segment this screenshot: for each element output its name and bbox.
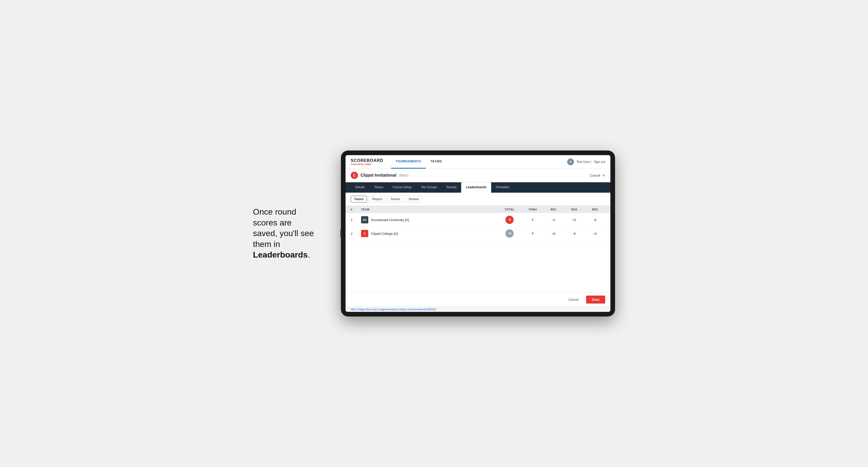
col-rd3: RD3 xyxy=(585,208,605,211)
sub-tab-teams[interactable]: Teams xyxy=(351,196,367,203)
tab-results[interactable]: Results xyxy=(441,182,461,193)
tab-details[interactable]: Details xyxy=(351,182,370,193)
table-header: # TEAM TOTAL THRU RD1 RD2 RD3 xyxy=(345,206,610,213)
nav-links: TOURNAMENTS TEAMS xyxy=(391,155,567,168)
col-rd1: RD1 xyxy=(543,208,564,211)
rd1-2: +8 xyxy=(543,232,564,236)
rd2-1: +5 xyxy=(564,218,585,222)
leaderboard-table: # TEAM TOTAL THRU RD1 RD2 RD3 1 SU Scor xyxy=(345,206,610,241)
tournament-icon: C xyxy=(351,172,358,179)
nav-right: S Test User | Sign out xyxy=(567,158,605,165)
sub-tab-scores[interactable]: Scores xyxy=(387,196,403,203)
sign-out-link[interactable]: Sign out xyxy=(594,160,605,164)
tab-course-setup[interactable]: Course Setup xyxy=(388,182,416,193)
tab-printables[interactable]: Printables xyxy=(491,182,514,193)
tab-leaderboards[interactable]: Leaderboards xyxy=(461,182,491,193)
tournament-cancel[interactable]: Cancel ✕ xyxy=(590,173,605,178)
rank-1: 1 xyxy=(351,218,361,222)
team-logo-1: SU xyxy=(361,216,368,223)
bottom-bar: Cancel Save xyxy=(345,292,610,307)
col-rank: # xyxy=(351,208,361,211)
rank-2: 2 xyxy=(351,232,361,236)
tab-teams[interactable]: Teams xyxy=(370,182,388,193)
score-badge-1: -5 xyxy=(505,216,514,224)
team-name-2: Clippd College [A] xyxy=(371,232,398,236)
tournament-gender: (Men) xyxy=(399,173,409,177)
nav-arrow xyxy=(340,229,341,238)
thru-1: F xyxy=(523,218,543,222)
content-area xyxy=(345,241,610,292)
tab-nav: Details Teams Course Setup Tee Groups Re… xyxy=(345,182,610,193)
team-cell-2: C Clippd College [A] xyxy=(361,230,497,237)
total-2: +3 xyxy=(497,229,523,238)
user-name: Test User | xyxy=(577,160,591,164)
col-total: TOTAL xyxy=(497,208,523,211)
side-text: Once round scores are saved, you'll see … xyxy=(253,207,326,260)
table-row: 1 SU Scoreboard University [A] -5 xyxy=(345,213,610,227)
tab-tee-groups[interactable]: Tee Groups xyxy=(416,182,441,193)
save-button[interactable]: Save xyxy=(586,295,605,304)
page-wrapper: Once round scores are saved, you'll see … xyxy=(253,151,615,316)
team-name-1: Scoreboard University [A] xyxy=(371,218,409,222)
col-team: TEAM xyxy=(361,208,497,211)
avatar: S xyxy=(567,158,574,165)
sub-tab-strokes[interactable]: Strokes xyxy=(405,196,423,203)
team-logo-2: C xyxy=(361,230,368,237)
rd2-2: -8 xyxy=(564,232,585,236)
logo-area: SCOREBOARD Powered by clippd xyxy=(351,158,383,165)
thru-2: F xyxy=(523,232,543,236)
total-1: -5 xyxy=(497,216,523,224)
team-cell-1: SU Scoreboard University [A] xyxy=(361,216,497,223)
tournament-header: C Clippd Invitational (Men) Cancel ✕ xyxy=(345,168,610,182)
nav-link-tournaments[interactable]: TOURNAMENTS xyxy=(391,155,426,168)
score-badge-2: +3 xyxy=(505,229,514,238)
tournament-title-area: C Clippd Invitational (Men) xyxy=(351,172,408,179)
cancel-button[interactable]: Cancel xyxy=(564,295,583,304)
sub-tabs: Teams Players Scores Strokes xyxy=(345,193,610,206)
rd3-2: +3 xyxy=(585,232,605,236)
top-nav: SCOREBOARD Powered by clippd TOURNAMENTS… xyxy=(345,155,610,168)
table-row: 2 C Clippd College [A] +3 xyxy=(345,227,610,241)
sub-tab-players[interactable]: Players xyxy=(369,196,385,203)
close-icon: ✕ xyxy=(602,173,605,178)
tournament-name: Clippd Invitational xyxy=(361,173,397,178)
url-bar: https://stage-blue-coach.stagescoreboard… xyxy=(345,307,610,312)
tablet-frame: SCOREBOARD Powered by clippd TOURNAMENTS… xyxy=(341,151,615,316)
rd3-1: -6 xyxy=(585,218,605,222)
nav-link-teams[interactable]: TEAMS xyxy=(426,155,447,168)
col-thru: THRU xyxy=(523,208,543,211)
rd1-1: -4 xyxy=(543,218,564,222)
col-rd2: RD2 xyxy=(564,208,585,211)
logo-sub: Powered by clippd xyxy=(351,163,383,165)
tablet-screen: SCOREBOARD Powered by clippd TOURNAMENTS… xyxy=(345,155,610,312)
logo-text: SCOREBOARD xyxy=(351,158,383,163)
